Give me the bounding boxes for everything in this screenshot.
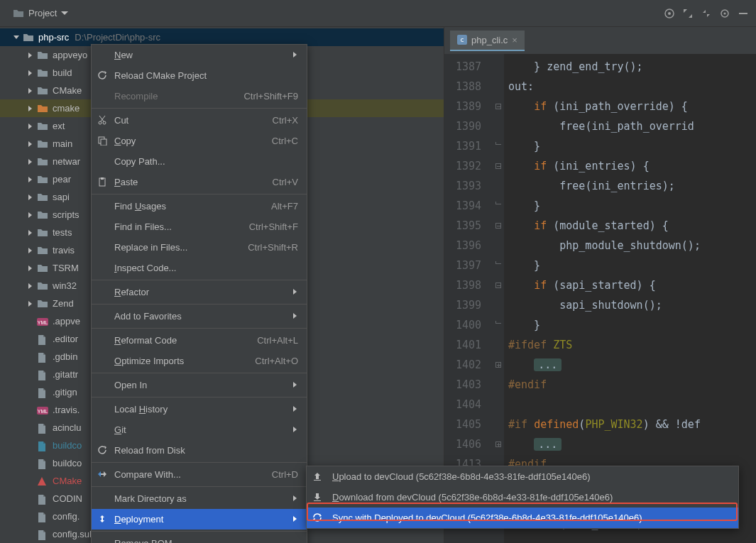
code-line[interactable]: } — [508, 256, 756, 275]
code-line[interactable]: free(ini_path_overrid — [508, 116, 756, 136]
close-icon[interactable]: × — [512, 35, 517, 45]
menu-item[interactable]: PasteCtrl+V — [92, 172, 307, 192]
menu-item[interactable]: Download from devCloud (5c62f38e-6b8d-4e… — [307, 487, 738, 508]
menu-item[interactable]: Replace in Files...Ctrl+Shift+R — [92, 237, 307, 258]
svg-text:c: c — [460, 36, 464, 43]
svg-text:YML: YML — [38, 409, 48, 414]
chevron-right-icon[interactable] — [27, 105, 34, 112]
fold-minus-icon[interactable] — [495, 163, 501, 169]
menu-item-label: Compare With... — [114, 469, 181, 480]
code-line[interactable]: if (sapi_started) { — [508, 275, 756, 295]
menu-item-label: Open In — [114, 380, 147, 390]
chevron-right-icon[interactable] — [27, 283, 34, 290]
menu-item[interactable]: Remove BOM — [92, 533, 307, 543]
code-line[interactable]: ... — [508, 355, 756, 375]
target-icon[interactable] — [664, 8, 675, 19]
code-line[interactable]: } — [508, 196, 756, 216]
chevron-right-icon[interactable] — [27, 123, 34, 130]
menu-item[interactable]: Compare With...Ctrl+D — [92, 464, 307, 485]
menu-item[interactable]: Refactor — [92, 282, 307, 302]
tree-item-label: .editor — [53, 334, 78, 344]
code-line[interactable]: } — [508, 315, 756, 335]
chevron-right-icon — [292, 404, 298, 415]
menu-shortcut: Ctrl+D — [272, 469, 298, 480]
code-line[interactable]: if (ini_entries) { — [508, 156, 756, 176]
menu-item[interactable]: Copy Path... — [92, 151, 307, 172]
chevron-right-icon[interactable] — [27, 158, 34, 165]
code-line[interactable]: ... — [508, 434, 756, 454]
gear-icon[interactable] — [719, 8, 730, 19]
tree-item-label: appveyo — [53, 50, 87, 60]
minimize-icon[interactable] — [738, 8, 749, 19]
menu-item[interactable]: Reload from Disk — [92, 440, 307, 461]
collapse-icon[interactable] — [701, 8, 712, 19]
menu-item[interactable]: Optimize ImportsCtrl+Alt+O — [92, 351, 307, 371]
menu-item[interactable]: Git — [92, 419, 307, 440]
code-line[interactable]: free(ini_entries); — [508, 176, 756, 196]
code-line[interactable]: } — [508, 136, 756, 156]
chevron-right-icon[interactable] — [27, 300, 34, 307]
deployment-submenu[interactable]: Upload to devCloud (5c62f38e-6b8d-4e33-8… — [306, 466, 739, 529]
tree-item-label: config. — [53, 511, 80, 522]
menu-item[interactable]: Add to Favorites — [92, 306, 307, 327]
code-line[interactable] — [508, 395, 756, 415]
code-line[interactable]: if (module_started) { — [508, 216, 756, 236]
fold-minus-icon[interactable] — [495, 283, 501, 288]
folder-icon — [37, 228, 48, 238]
fold-minus-icon[interactable] — [495, 223, 501, 229]
menu-item[interactable]: Find in Files...Ctrl+Shift+F — [92, 216, 307, 237]
chevron-right-icon[interactable] — [27, 87, 34, 94]
fold-plus-icon[interactable] — [495, 362, 501, 368]
menu-item[interactable]: Reload CMake Project — [92, 65, 307, 86]
fold-minus-icon[interactable] — [495, 104, 501, 109]
chevron-right-icon[interactable] — [27, 70, 34, 77]
code-line[interactable]: php_module_shutdown(); — [508, 236, 756, 256]
file-icon — [37, 494, 48, 504]
tree-item-label: tests — [53, 227, 72, 238]
code-line[interactable]: #if defined(PHP_WIN32) && !def — [508, 415, 756, 434]
menu-item[interactable]: Open In — [92, 375, 307, 395]
menu-item[interactable]: CutCtrl+X — [92, 110, 307, 131]
menu-separator — [92, 531, 307, 532]
chevron-right-icon[interactable] — [27, 247, 34, 254]
copy-icon — [97, 136, 109, 147]
fold-plus-icon[interactable] — [495, 441, 501, 447]
file-icon — [37, 459, 48, 468]
chevron-right-icon — [292, 287, 298, 297]
menu-item[interactable]: CopyCtrl+C — [92, 131, 307, 151]
expand-icon[interactable] — [682, 8, 694, 19]
menu-item[interactable]: Find UsagesAlt+F7 — [92, 196, 307, 216]
menu-shortcut: Ctrl+X — [273, 115, 298, 126]
code-line[interactable]: #ifdef ZTS — [508, 335, 756, 355]
menu-item-label: Local History — [114, 404, 168, 415]
menu-item[interactable]: Sync with Deployed to devCloud (5c62f38e… — [307, 508, 738, 528]
chevron-down-icon[interactable] — [13, 34, 20, 41]
svg-text:YML: YML — [38, 320, 48, 325]
menu-item[interactable]: New — [92, 45, 307, 65]
chevron-right-icon[interactable] — [27, 265, 34, 272]
menu-item-label: Replace in Files... — [114, 242, 187, 253]
menu-item[interactable]: Upload to devCloud (5c62f38e-6b8d-4e33-8… — [307, 466, 738, 487]
chevron-right-icon[interactable] — [27, 141, 34, 148]
editor-tab-active[interactable]: c php_cli.c × — [450, 31, 525, 51]
chevron-right-icon[interactable] — [27, 212, 34, 219]
code-line[interactable]: out: — [508, 77, 756, 97]
menu-separator — [92, 397, 307, 397]
chevron-right-icon[interactable] — [27, 52, 34, 59]
code-line[interactable]: } zend_end_try(); — [508, 57, 756, 77]
code-line[interactable]: sapi_shutdown(); — [508, 295, 756, 315]
project-dropdown[interactable]: Project — [7, 5, 74, 22]
code-line[interactable]: #endif — [508, 375, 756, 395]
chevron-right-icon[interactable] — [27, 229, 34, 236]
chevron-right-icon[interactable] — [27, 194, 34, 201]
menu-item[interactable]: Reformat CodeCtrl+Alt+L — [92, 330, 307, 351]
menu-item[interactable]: Inspect Code... — [92, 258, 307, 278]
context-menu[interactable]: NewReload CMake ProjectRecompileCtrl+Shi… — [91, 44, 307, 543]
menu-item[interactable]: Local History — [92, 399, 307, 419]
menu-item[interactable]: Mark Directory as — [92, 488, 307, 509]
line-number: 1393 — [444, 176, 481, 196]
code-line[interactable]: if (ini_path_override) { — [508, 97, 756, 116]
menu-item[interactable]: Deployment — [92, 509, 307, 530]
chevron-right-icon[interactable] — [27, 176, 34, 183]
line-number: 1395 — [444, 216, 481, 236]
